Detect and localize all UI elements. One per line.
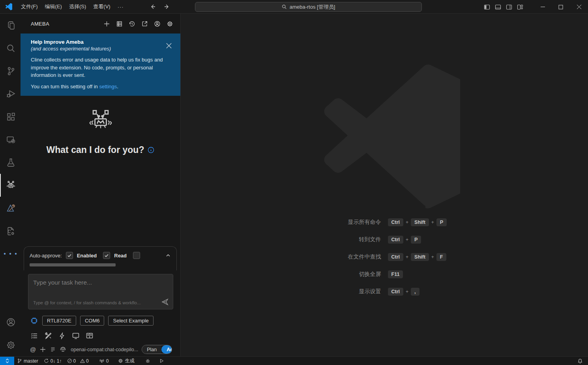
- plus-separator: +: [406, 237, 408, 242]
- nav-back-icon[interactable]: [149, 3, 157, 11]
- task-input-hint: Type @ for context, / for slash commands…: [33, 300, 140, 305]
- shortcut-keys: Ctrl+Shift+F: [388, 253, 489, 261]
- branch-name: master: [24, 358, 38, 364]
- manage-gear-icon[interactable]: [0, 333, 21, 356]
- task-input-placeholder: Type your task here...: [33, 279, 168, 286]
- auto-approve-read-checkbox[interactable]: [103, 252, 110, 259]
- activity-build-tools-icon[interactable]: [0, 197, 21, 220]
- menu-selection[interactable]: 选择(S): [66, 2, 90, 12]
- select-example-button[interactable]: Select Example: [108, 316, 153, 326]
- welcome-section: What can I do for you?: [21, 109, 180, 155]
- menu-view[interactable]: 查看(V): [90, 2, 114, 12]
- port-button[interactable]: COM6: [80, 316, 105, 326]
- activity-more-views-icon[interactable]: • • •: [0, 242, 21, 265]
- plan-mode-button[interactable]: Plan: [142, 345, 161, 354]
- git-sync-status[interactable]: 0↓ 1↑: [41, 357, 65, 365]
- auto-approve-section[interactable]: Auto-approve: Enabled Read: [24, 246, 177, 270]
- activity-ameba-icon[interactable]: [0, 174, 21, 197]
- activity-extensions-icon[interactable]: [0, 105, 21, 128]
- build-gear-icon: [118, 358, 123, 363]
- minimize-button[interactable]: [534, 0, 552, 14]
- customize-layout-icon[interactable]: [517, 4, 523, 10]
- keycap: Ctrl: [388, 218, 404, 226]
- run-status[interactable]: [156, 357, 167, 365]
- keycap: Ctrl: [388, 236, 404, 244]
- shortcut-keys: Ctrl+Shift+P: [388, 218, 489, 226]
- context-mention-icon[interactable]: @: [30, 346, 36, 353]
- activity-testing-icon[interactable]: [0, 151, 21, 174]
- keycap: ,: [411, 288, 419, 296]
- toggle-secondary-sidebar-icon[interactable]: [506, 4, 512, 10]
- send-icon[interactable]: [161, 298, 169, 306]
- model-name[interactable]: openai-compat:chat-codepilo...: [71, 347, 138, 352]
- activity-search-icon[interactable]: [0, 37, 21, 60]
- open-in-editor-icon[interactable]: [140, 20, 149, 28]
- shortcut-label: 切换全屏: [281, 271, 381, 278]
- menu-more[interactable]: ···: [114, 2, 127, 11]
- shortcut-keys: F11: [388, 270, 489, 278]
- banner-body: Cline collects error and usage data to h…: [31, 56, 165, 79]
- keycap: Shift: [411, 218, 429, 226]
- settings-gear-icon[interactable]: [166, 20, 174, 28]
- device-row: RTL8720E COM6 Select Example: [30, 316, 180, 326]
- activity-remote-explorer-icon[interactable]: [0, 128, 21, 151]
- flash-icon[interactable]: [58, 331, 66, 340]
- account-icon[interactable]: [0, 311, 21, 333]
- history-icon[interactable]: [128, 20, 136, 28]
- task-input[interactable]: Type your task here... Type @ for contex…: [28, 274, 173, 309]
- cost-scale-icon[interactable]: [60, 346, 66, 353]
- chat-bottom-cluster: Auto-approve: Enabled Read: [21, 246, 180, 356]
- plus-separator: +: [406, 289, 408, 294]
- auto-approve-enabled-checkbox[interactable]: [66, 252, 73, 259]
- new-task-icon[interactable]: [103, 20, 111, 28]
- settings-link[interactable]: settings: [99, 84, 117, 89]
- info-icon[interactable]: [148, 147, 154, 153]
- activity-run-debug-icon[interactable]: [0, 82, 21, 105]
- act-mode-button[interactable]: Act: [161, 345, 172, 354]
- keycap: F: [436, 253, 447, 261]
- git-branch-status[interactable]: master: [14, 357, 41, 365]
- activity-source-control-icon[interactable]: [0, 60, 21, 82]
- plan-act-toggle: Plan Act: [142, 345, 172, 354]
- editor-area: 显示所有命令Ctrl+Shift+P转到文件Ctrl+P在文件中查找Ctrl+S…: [181, 14, 588, 356]
- chevron-up-icon[interactable]: [165, 253, 171, 258]
- banner-close-icon[interactable]: [165, 42, 172, 49]
- nav-forward-icon[interactable]: [163, 3, 171, 11]
- shortcut-label: 显示设置: [281, 288, 381, 295]
- notifications-bell-icon[interactable]: [575, 357, 586, 365]
- remote-indicator[interactable]: [0, 357, 14, 365]
- problems-status[interactable]: 0 0: [64, 357, 91, 365]
- banner-subtitle: (and access experimental features): [31, 46, 165, 52]
- welcome-heading: What can I do for you?: [47, 145, 144, 155]
- activity-explorer-icon[interactable]: [0, 14, 21, 37]
- account-icon[interactable]: [153, 20, 161, 28]
- board-button[interactable]: RTL8720E: [42, 316, 76, 326]
- command-center-search[interactable]: ameba-rtos [管理员]: [195, 2, 422, 12]
- mcp-servers-icon[interactable]: [115, 20, 124, 28]
- mcp-rows-icon[interactable]: [50, 346, 56, 353]
- bug-icon: [145, 358, 150, 363]
- maximize-button[interactable]: [552, 0, 570, 14]
- plus-separator: +: [406, 254, 408, 260]
- auto-approve-extra-checkbox[interactable]: [133, 252, 140, 259]
- build-status[interactable]: 生成: [115, 357, 137, 365]
- add-context-icon[interactable]: [39, 346, 46, 353]
- toggle-panel-icon[interactable]: [495, 4, 501, 10]
- monitor-icon[interactable]: [71, 331, 80, 340]
- build-tools-icon[interactable]: [44, 331, 52, 340]
- debug-status[interactable]: [142, 357, 153, 365]
- port-status[interactable]: 0: [96, 357, 112, 365]
- close-button[interactable]: [570, 0, 588, 14]
- docs-book-icon[interactable]: [85, 331, 94, 340]
- toggle-primary-sidebar-icon[interactable]: [484, 4, 490, 10]
- title-bar: 文件(F) 编辑(E) 选择(S) 查看(V) ··· ameba-rtos […: [0, 0, 588, 14]
- build-label: 生成: [125, 358, 134, 364]
- menu-edit[interactable]: 编辑(E): [41, 2, 66, 12]
- menu-file[interactable]: 文件(F): [17, 2, 41, 12]
- ameba-robot-icon: [86, 109, 115, 133]
- task-list-icon[interactable]: [30, 331, 38, 340]
- chip-icon[interactable]: [30, 317, 38, 325]
- context-usage-bar: [30, 263, 116, 266]
- error-icon: [67, 358, 72, 363]
- activity-config-file-icon[interactable]: [0, 220, 21, 242]
